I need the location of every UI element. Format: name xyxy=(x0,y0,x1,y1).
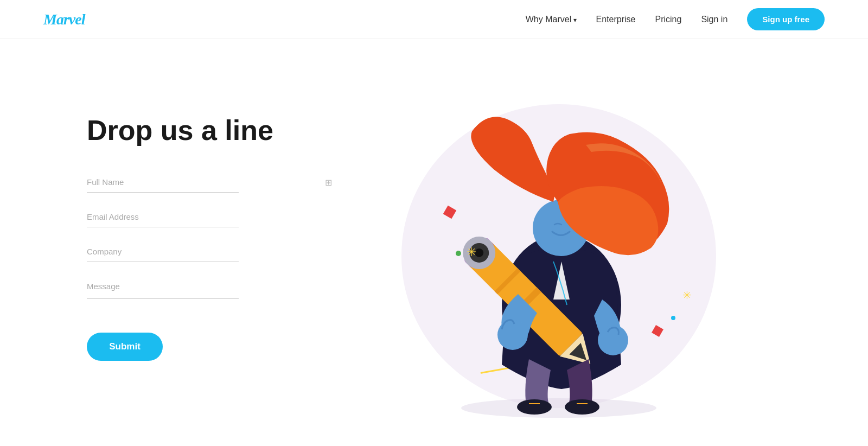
svg-point-0 xyxy=(461,398,656,418)
svg-point-11 xyxy=(517,399,552,415)
contact-form: ⊞ Submit xyxy=(87,173,336,361)
submit-button[interactable]: Submit xyxy=(87,333,163,361)
logo[interactable]: Marvel xyxy=(43,11,85,28)
main-content: Drop us a line ⊞ Submit ✳ ✳ xyxy=(0,39,868,446)
nav-pricing[interactable]: Pricing xyxy=(655,15,681,24)
page-title: Drop us a line xyxy=(87,115,336,146)
svg-point-17 xyxy=(598,325,628,355)
email-field xyxy=(87,208,336,227)
email-input[interactable] xyxy=(87,208,239,227)
deco-sparkle-2: ✳ xyxy=(682,289,692,302)
full-name-input[interactable] xyxy=(87,173,239,193)
svg-point-12 xyxy=(565,399,599,415)
deco-blue-dot xyxy=(671,316,675,320)
message-input[interactable] xyxy=(87,277,239,299)
nav-why-marvel[interactable]: Why Marvel xyxy=(526,15,577,24)
nav-links: Why Marvel Enterprise Pricing Sign in Si… xyxy=(526,8,825,30)
svg-point-16 xyxy=(497,320,528,350)
nav-enterprise[interactable]: Enterprise xyxy=(596,15,636,24)
navbar: Marvel Why Marvel Enterprise Pricing Sig… xyxy=(0,0,868,39)
form-section: Drop us a line ⊞ Submit xyxy=(87,82,336,361)
deco-sparkle-1: ✳ xyxy=(467,245,476,259)
message-field xyxy=(87,277,336,301)
company-input[interactable] xyxy=(87,243,239,262)
full-name-field: ⊞ xyxy=(87,173,336,193)
character-illustration xyxy=(423,93,694,419)
contact-book-icon: ⊞ xyxy=(325,177,332,188)
deco-green-dot xyxy=(456,251,461,256)
nav-signin[interactable]: Sign in xyxy=(701,15,727,24)
illustration-section: ✳ ✳ xyxy=(336,82,781,419)
company-field xyxy=(87,243,336,262)
nav-signup-button[interactable]: Sign up free xyxy=(747,8,825,30)
